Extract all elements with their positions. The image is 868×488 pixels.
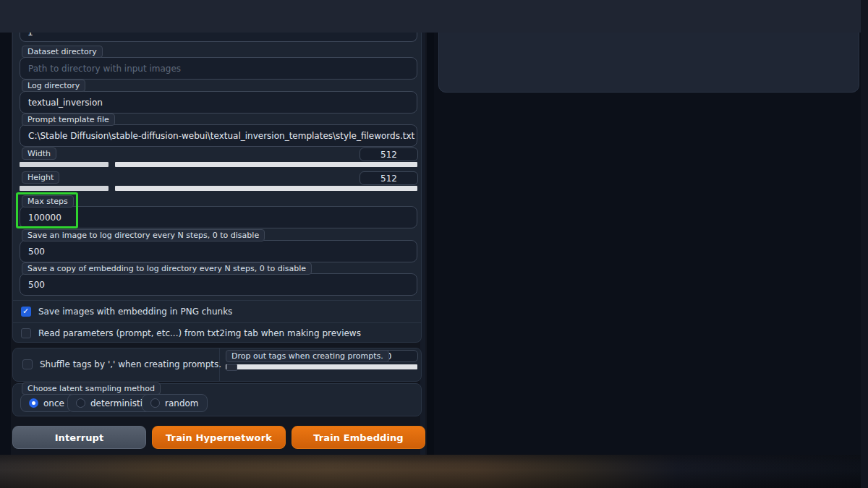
checkbox-checked-icon[interactable] [21,307,31,317]
height-slider-fill[interactable] [20,186,109,191]
max-steps-input[interactable]: 100000 [20,206,417,228]
radio-option-once[interactable]: once [20,394,73,412]
read-parameters-label: Read parameters (prompt, etc...) from tx… [38,328,361,338]
radio-once-label: once [43,398,64,408]
save-embedding-every-input[interactable]: 500 [20,273,417,296]
width-slider-track[interactable] [115,162,417,167]
radio-option-random[interactable]: random [142,394,208,412]
save-embedding-every-label: Save a copy of embedding to log director… [22,262,312,275]
save-image-every-label: Save an image to log directory every N s… [22,229,265,241]
checkbox-unchecked-icon[interactable] [21,328,31,338]
train-embedding-button[interactable]: Train Embedding [292,426,425,449]
height-number-input[interactable]: 512 [359,171,418,185]
width-label: Width [22,147,56,160]
checkbox-unchecked-icon[interactable] [22,359,33,369]
radio-unselected-icon[interactable] [76,398,85,408]
output-region [434,33,868,455]
radio-selected-icon[interactable] [29,398,38,408]
save-png-chunks-row[interactable]: Save images with embedding in PNG chunks [21,307,232,317]
train-hypernetwork-button[interactable]: Train Hypernetwork [152,426,286,449]
drop-out-tags-slider-handle[interactable] [226,364,237,371]
read-parameters-row[interactable]: Read parameters (prompt, etc...) from tx… [21,328,361,338]
left-gutter [0,33,11,455]
batch-size-input-truncated[interactable]: 1 [20,33,417,42]
log-directory-label: Log directory [22,80,85,92]
drop-out-tags-label: Drop out tags when creating prompts. [226,350,389,362]
divider [12,300,422,301]
dataset-directory-input[interactable]: Path to directory with input images [20,57,417,80]
radio-deterministic-label: deterministic [90,398,148,408]
height-label: Height [22,171,59,184]
page-right-edge [861,0,868,488]
output-placeholder-panel [438,29,859,93]
width-number-input[interactable]: 512 [359,147,418,161]
top-bar [0,0,868,33]
radio-unselected-icon[interactable] [150,398,160,408]
radio-random-label: random [165,398,199,408]
height-slider-track[interactable] [115,186,417,191]
prompt-template-label: Prompt template file [22,114,115,126]
annotation-highlight-box [16,192,78,228]
save-image-every-input[interactable]: 500 [20,240,417,262]
divider [12,322,422,323]
drop-out-tags-slider-track[interactable] [226,364,417,369]
save-png-chunks-label: Save images with embedding in PNG chunks [38,307,232,317]
shuffle-tags-row[interactable]: Shuffle tags by ',' when creating prompt… [22,359,221,369]
shuffle-tags-label: Shuffle tags by ',' when creating prompt… [40,359,221,369]
train-tab-page: 1 Dataset directory Path to directory wi… [0,0,868,488]
latent-sampling-label: Choose latent sampling method [22,382,161,395]
log-directory-input[interactable]: textual_inversion [20,91,417,114]
panel-gap [427,33,434,455]
background-blur-band [0,455,868,488]
truncated-value: 1 [27,33,33,38]
interrupt-button[interactable]: Interrupt [12,426,146,449]
width-slider-fill[interactable] [20,162,109,167]
dataset-directory-label: Dataset directory [22,46,103,58]
prompt-template-input[interactable]: C:\Stable Diffusion\stable-diffusion-web… [20,124,417,147]
